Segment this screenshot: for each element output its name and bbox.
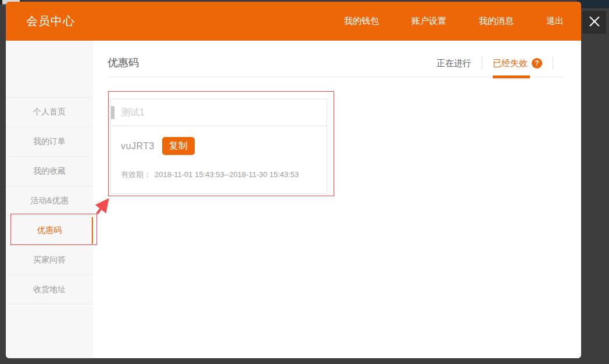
sidebar-item-buyer-qa[interactable]: 买家问答: [6, 245, 93, 275]
sidebar-item-label: 活动&优惠: [30, 196, 68, 206]
nav-account-settings[interactable]: 账户设置: [411, 16, 446, 27]
top-nav: 我的钱包 账户设置 我的消息 退出: [311, 16, 564, 27]
nav-my-messages[interactable]: 我的消息: [479, 16, 514, 27]
coupon-card-header: 测试1: [111, 99, 327, 126]
modal-header: 会员中心 我的钱包 账户设置 我的消息 退出: [6, 2, 581, 41]
sidebar-item-my-favorites[interactable]: 我的收藏: [6, 156, 93, 186]
tab-ongoing[interactable]: 正在进行: [436, 58, 471, 69]
tab-expired-label: 已经失效: [493, 58, 528, 69]
sidebar-spacer: [6, 41, 93, 97]
validity-value: 2018-11-01 15:43:53--2018-11-30 15:43:53: [155, 170, 299, 179]
coupon-name: 测试1: [121, 107, 145, 117]
content-title: 优惠码: [108, 56, 139, 70]
active-tab-underline: [493, 75, 530, 78]
content-area: 优惠码 正在进行 已经失效 ?: [93, 41, 581, 358]
sidebar-item-label: 优惠码: [37, 225, 62, 236]
sidebar-menu: 个人首页 我的订单 我的收藏 活动&优惠 优惠码 买家问答 收货地址: [6, 97, 93, 304]
tab-divider: [553, 57, 553, 70]
nav-logout[interactable]: 退出: [546, 16, 564, 27]
sidebar-item-shipping-address[interactable]: 收货地址: [6, 275, 93, 304]
nav-my-wallet[interactable]: 我的钱包: [344, 16, 379, 27]
member-center-modal: 会员中心 我的钱包 账户设置 我的消息 退出 个人首页 我的订单 我的收藏 活动…: [6, 2, 581, 358]
sidebar-item-activities-discounts[interactable]: 活动&优惠: [6, 186, 93, 215]
page-background: 会员中心 我的钱包 账户设置 我的消息 退出 个人首页 我的订单 我的收藏 活动…: [0, 0, 609, 364]
tabs: 正在进行 已经失效 ?: [436, 57, 564, 70]
sidebar-item-label: 买家问答: [33, 255, 66, 265]
coupon-card: 测试1 vuJRT3 复制 有效期：2018-11-01 15:43:53--2…: [110, 99, 327, 194]
background-page-strip: [577, 0, 609, 8]
sidebar-item-coupon-code[interactable]: 优惠码: [6, 215, 93, 245]
coupon-code-row: vuJRT3 复制: [121, 137, 317, 155]
help-badge[interactable]: ?: [532, 58, 542, 69]
sidebar-item-label: 收货地址: [33, 284, 66, 295]
sidebar: 个人首页 我的订单 我的收藏 活动&优惠 优惠码 买家问答 收货地址: [6, 41, 93, 358]
close-icon: [587, 15, 601, 30]
coupon-card-body: vuJRT3 复制 有效期：2018-11-01 15:43:53--2018-…: [111, 126, 327, 193]
sidebar-item-label: 个人首页: [33, 107, 66, 117]
validity-label: 有效期：: [121, 170, 151, 179]
title-marker-bar: [111, 106, 114, 119]
copy-button[interactable]: 复制: [162, 137, 195, 155]
sidebar-item-my-orders[interactable]: 我的订单: [6, 127, 93, 156]
sidebar-item-personal-home[interactable]: 个人首页: [6, 97, 93, 127]
sidebar-item-label: 我的订单: [33, 136, 66, 147]
close-button[interactable]: [582, 11, 606, 34]
content-header: 优惠码 正在进行 已经失效 ?: [108, 41, 564, 77]
validity-row: 有效期：2018-11-01 15:43:53--2018-11-30 15:4…: [121, 170, 317, 180]
modal-body: 个人首页 我的订单 我的收藏 活动&优惠 优惠码 买家问答 收货地址 优惠码: [6, 41, 581, 358]
tab-divider: [482, 57, 482, 70]
page-title: 会员中心: [26, 13, 75, 29]
coupon-code: vuJRT3: [121, 141, 155, 152]
sidebar-item-label: 我的收藏: [33, 166, 66, 176]
tab-expired[interactable]: 已经失效 ?: [493, 58, 542, 69]
